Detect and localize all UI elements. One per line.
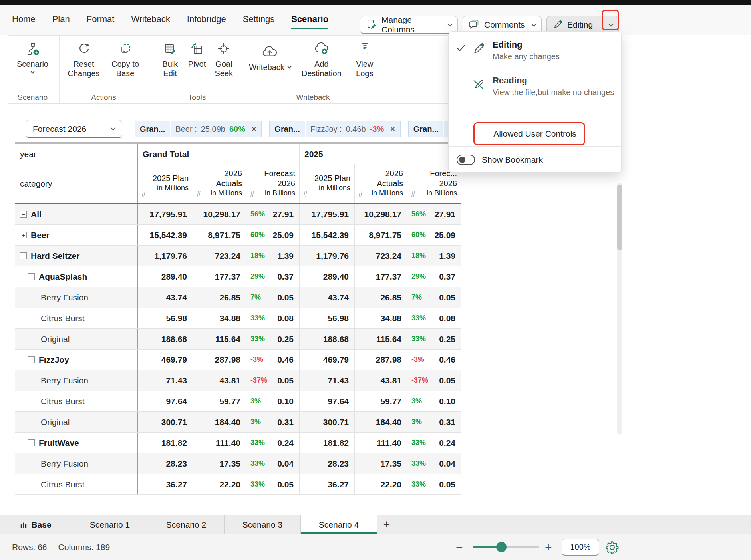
plan-value-cell[interactable]: 36.27 — [300, 474, 355, 494]
table-row-original[interactable]: Original300.71184.403%0.31300.71184.403%… — [15, 412, 461, 433]
goal-seek-button[interactable]: Goal Seek — [210, 41, 237, 79]
actuals-value-cell[interactable]: 17.35 — [193, 453, 246, 474]
actuals-value-cell[interactable]: 115.64 — [355, 329, 407, 349]
forecast-value-cell[interactable]: 3%0.10 — [407, 391, 461, 411]
table-row-aquasplash[interactable]: −AquaSplash289.40177.3729%0.37289.40177.… — [15, 266, 461, 287]
forecast-value-cell[interactable]: -37%0.05 — [246, 370, 300, 391]
forecast-value-cell[interactable]: 3%0.10 — [246, 391, 300, 411]
category-cell[interactable]: −FruitWave — [15, 433, 138, 453]
menu-tab-format[interactable]: Format — [87, 11, 115, 29]
actuals-value-cell[interactable]: 177.37 — [193, 266, 246, 287]
actuals-value-cell[interactable]: 111.40 — [193, 433, 246, 453]
actuals-value-cell[interactable]: 723.24 — [193, 246, 246, 266]
category-cell[interactable]: Citrus Burst — [15, 308, 138, 328]
menu-item-allowed-user-controls[interactable]: Allowed User Controls — [449, 121, 621, 147]
actuals-value-cell[interactable]: 59.77 — [193, 391, 246, 411]
plan-value-cell[interactable]: 469.79 — [138, 350, 193, 370]
actuals-value-cell[interactable]: 8,971.75 — [355, 225, 407, 245]
sheet-tab-scenario-4[interactable]: Scenario 4 — [301, 515, 377, 534]
add-sheet-button[interactable]: + — [377, 515, 396, 534]
category-cell[interactable]: +Beer — [15, 225, 138, 245]
bulk-edit-button[interactable]: Bulk Edit — [157, 41, 184, 79]
plan-value-cell[interactable]: 56.98 — [300, 308, 355, 328]
expand-icon[interactable]: + — [20, 232, 27, 238]
forecast-value-cell[interactable]: 33%0.25 — [246, 329, 300, 349]
category-cell[interactable]: Original — [15, 412, 138, 432]
actuals-value-cell[interactable]: 111.40 — [355, 433, 407, 453]
zoom-slider-thumb[interactable] — [496, 542, 507, 552]
filter-chip-fizzjoy[interactable]: Gran...FizzJoy :0.46b-3%× — [269, 121, 400, 137]
forecast-value-cell[interactable]: 33%0.08 — [407, 308, 461, 328]
table-row-citrus-burst[interactable]: Citrus Burst97.6459.773%0.1097.6459.773%… — [15, 391, 461, 412]
plan-value-cell[interactable]: 28.23 — [300, 453, 355, 474]
zoom-level-indicator[interactable]: 100% — [562, 539, 599, 556]
plan-value-cell[interactable]: 300.71 — [138, 412, 193, 432]
forecast-value-cell[interactable]: 33%0.05 — [407, 474, 461, 494]
menu-tab-plan[interactable]: Plan — [52, 11, 70, 29]
plan-value-cell[interactable]: 97.64 — [138, 391, 193, 411]
plan-value-cell[interactable]: 17,795.91 — [138, 204, 193, 224]
actuals-value-cell[interactable]: 26.85 — [193, 287, 246, 308]
zoom-slider[interactable] — [473, 546, 539, 548]
table-row-fruitwave[interactable]: −FruitWave181.82111.4033%0.24181.82111.4… — [15, 433, 461, 453]
plan-value-cell[interactable]: 289.40 — [300, 266, 355, 287]
table-row-berry-fusion[interactable]: Berry Fusion28.2317.3533%0.0428.2317.353… — [15, 453, 461, 474]
forecast-value-cell[interactable]: 60%25.09 — [407, 225, 461, 245]
manage-columns-button[interactable]: Manage Columns — [360, 16, 458, 34]
settings-gear-icon[interactable] — [605, 540, 620, 556]
forecast-value-cell[interactable]: 3%0.31 — [246, 412, 300, 432]
sheet-tab-scenario-2[interactable]: Scenario 2 — [148, 515, 225, 534]
plan-value-cell[interactable]: 15,542.39 — [300, 225, 355, 245]
forecast-value-cell[interactable]: 33%0.25 — [407, 329, 461, 349]
actuals-value-cell[interactable]: 43.81 — [355, 370, 407, 391]
measure-selector-dropdown[interactable]: Forecast 2026 — [26, 120, 122, 138]
forecast-value-cell[interactable]: 60%25.09 — [246, 225, 300, 245]
table-row-hard-seltzer[interactable]: −Hard Seltzer1,179.76723.2418%1.391,179.… — [15, 246, 461, 266]
table-row-original[interactable]: Original188.68115.6433%0.25188.68115.643… — [15, 329, 461, 350]
chip-close-icon[interactable]: × — [390, 124, 395, 135]
actuals-value-cell[interactable]: 22.20 — [355, 474, 407, 494]
collapse-icon[interactable]: − — [20, 252, 27, 259]
actuals-value-cell[interactable]: 17.35 — [355, 453, 407, 474]
add-destination-button[interactable]: Add Destination — [295, 41, 348, 79]
actuals-value-cell[interactable]: 34.88 — [355, 308, 407, 328]
plan-value-cell[interactable]: 289.40 — [138, 266, 193, 287]
actuals-value-cell[interactable]: 22.20 — [193, 474, 246, 494]
actuals-value-cell[interactable]: 287.98 — [193, 350, 246, 370]
collapse-icon[interactable]: − — [28, 439, 35, 446]
plan-value-cell[interactable]: 56.98 — [138, 308, 193, 328]
table-row-fizzjoy[interactable]: −FizzJoy469.79287.98-3%0.46469.79287.98-… — [15, 350, 461, 370]
show-bookmark-toggle[interactable] — [457, 155, 475, 165]
plan-value-cell[interactable]: 300.71 — [300, 412, 355, 432]
forecast-value-cell[interactable]: -3%0.46 — [246, 350, 300, 370]
category-cell[interactable]: Citrus Burst — [15, 474, 138, 494]
chip-close-icon[interactable]: × — [251, 124, 256, 135]
plan-value-cell[interactable]: 97.64 — [300, 391, 355, 411]
actuals-value-cell[interactable]: 10,298.17 — [355, 204, 407, 224]
collapse-icon[interactable]: − — [28, 356, 35, 363]
category-cell[interactable]: Citrus Burst — [15, 391, 138, 411]
forecast-value-cell[interactable]: 3%0.31 — [407, 412, 461, 432]
plan-value-cell[interactable]: 188.68 — [138, 329, 193, 349]
scenario-button[interactable]: Scenario — [15, 41, 50, 74]
plan-value-cell[interactable]: 188.68 — [300, 329, 355, 349]
forecast-value-cell[interactable]: 33%0.08 — [246, 308, 300, 328]
forecast-value-cell[interactable]: 56%27.91 — [246, 204, 300, 224]
category-cell[interactable]: Berry Fusion — [15, 370, 138, 391]
plan-value-cell[interactable]: 71.43 — [138, 370, 193, 391]
menu-item-show-bookmark[interactable]: Show Bookmark — [449, 147, 621, 173]
plan-value-cell[interactable]: 43.74 — [300, 287, 355, 308]
menu-tab-settings[interactable]: Settings — [243, 11, 275, 29]
vertical-scrollbar[interactable] — [617, 183, 622, 435]
plan-value-cell[interactable]: 71.43 — [300, 370, 355, 391]
category-cell[interactable]: −AquaSplash — [15, 266, 138, 287]
menu-tab-home[interactable]: Home — [12, 11, 36, 29]
forecast-value-cell[interactable]: -3%0.46 — [407, 350, 461, 370]
actuals-value-cell[interactable]: 43.81 — [193, 370, 246, 391]
forecast-value-cell[interactable]: 29%0.37 — [407, 266, 461, 287]
reset-changes-button[interactable]: Reset Changes — [64, 41, 104, 79]
category-cell[interactable]: Berry Fusion — [15, 287, 138, 308]
actuals-value-cell[interactable]: 26.85 — [355, 287, 407, 308]
menu-tab-scenario[interactable]: Scenario — [291, 11, 328, 29]
plan-value-cell[interactable]: 36.27 — [138, 474, 193, 494]
